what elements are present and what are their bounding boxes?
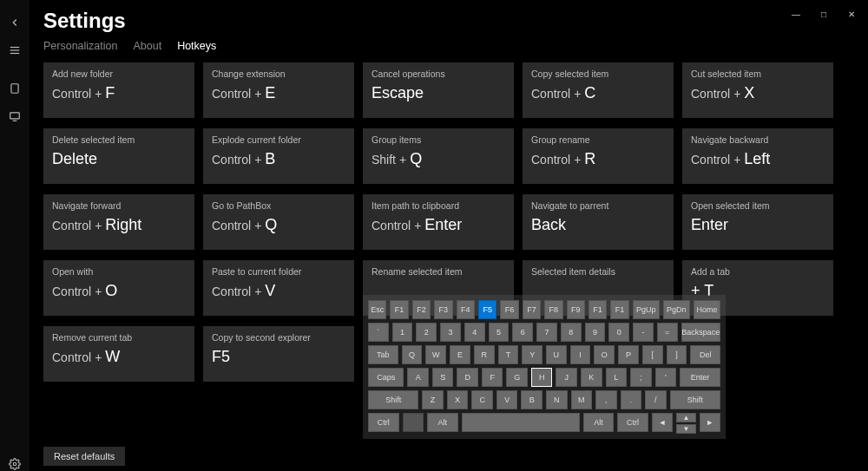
key-y[interactable]: Y [522, 345, 542, 364]
key-f1[interactable]: F1 [589, 300, 607, 319]
tablet-icon[interactable] [6, 80, 23, 97]
key-pgdn[interactable]: PgDn [663, 300, 690, 319]
tab-about[interactable]: About [133, 40, 161, 52]
hotkey-card[interactable]: Open withControl+O [43, 260, 194, 316]
key--[interactable]: - [633, 323, 654, 342]
key-esc[interactable]: Esc [368, 300, 386, 319]
key-q[interactable]: Q [402, 345, 423, 364]
key-space[interactable] [462, 413, 580, 432]
key-f8[interactable]: F8 [544, 300, 562, 319]
key-caps[interactable]: Caps [368, 368, 404, 387]
display-icon[interactable] [6, 108, 23, 125]
hotkey-card[interactable]: Cancel operationsEscape [363, 62, 514, 118]
key-.[interactable]: . [621, 390, 642, 409]
hotkey-card[interactable]: Remove current tabControl+W [43, 326, 194, 382]
key-►[interactable]: ► [700, 413, 720, 432]
key-3[interactable]: 3 [440, 323, 461, 342]
key-f1[interactable]: F1 [610, 300, 628, 319]
key-=[interactable]: = [657, 323, 678, 342]
hotkey-card[interactable]: Copy to second explorerF5 [203, 326, 354, 382]
hotkey-card[interactable]: Open selected itemEnter [682, 194, 833, 250]
key-◄[interactable]: ◄ [652, 413, 673, 432]
key-v[interactable]: V [496, 390, 518, 409]
key-f[interactable]: F [482, 368, 503, 387]
key-arrow[interactable]: ▲ [676, 413, 695, 422]
hotkey-card[interactable]: Cut selected itemControl+X [682, 62, 833, 118]
key-p[interactable]: P [618, 345, 639, 364]
key-k[interactable]: K [581, 368, 602, 387]
key-r[interactable]: R [474, 345, 495, 364]
key-0[interactable]: 0 [608, 323, 629, 342]
key-f1[interactable]: F1 [390, 300, 408, 319]
key-f3[interactable]: F3 [434, 300, 452, 319]
key-][interactable]: ] [667, 345, 687, 364]
menu-icon[interactable] [6, 42, 23, 59]
virtual-keyboard[interactable]: EscF1F2F3F4F5F6F7F8F9F1F1PgUpPgDnHome`12… [363, 295, 726, 439]
key-8[interactable]: 8 [561, 323, 582, 342]
key-4[interactable]: 4 [464, 323, 485, 342]
hotkey-card[interactable]: Go to PathBoxControl+Q [203, 194, 354, 250]
key-u[interactable]: U [546, 345, 567, 364]
hotkey-card[interactable]: Navigate forwardControl+Right [43, 194, 194, 250]
key-6[interactable]: 6 [512, 323, 533, 342]
hotkey-card[interactable]: Delete selected itemDelete [43, 128, 194, 184]
key-tab[interactable]: Tab [368, 345, 398, 364]
key-alt[interactable]: Alt [583, 413, 615, 432]
key-g[interactable]: G [506, 368, 528, 387]
hotkey-card[interactable]: Item path to clipboardControl+Enter [363, 194, 514, 250]
key-home[interactable]: Home [694, 300, 720, 319]
key-blank[interactable] [403, 413, 424, 432]
key-`[interactable]: ` [368, 323, 389, 342]
hotkey-card[interactable]: Navigate backwardControl+Left [682, 128, 833, 184]
key-b[interactable]: B [521, 390, 542, 409]
key-pgup[interactable]: PgUp [633, 300, 660, 319]
key-j[interactable]: J [556, 368, 577, 387]
key-x[interactable]: X [447, 390, 469, 409]
hotkey-card[interactable]: Add new folderControl+F [43, 62, 194, 118]
key-shift[interactable]: Shift [368, 390, 418, 409]
hotkey-card[interactable]: Group itemsShift+Q [363, 128, 514, 184]
hotkey-card[interactable]: Paste to current folderControl+V [203, 260, 354, 316]
key-e[interactable]: E [450, 345, 470, 364]
key-/[interactable]: / [645, 390, 667, 409]
key-c[interactable]: C [471, 390, 493, 409]
back-icon[interactable] [6, 14, 23, 31]
key-'[interactable]: ' [655, 368, 677, 387]
key-n[interactable]: N [546, 390, 568, 409]
hotkey-card[interactable]: Change extensionControl+E [203, 62, 354, 118]
key-backspace[interactable]: Backspace [681, 323, 720, 342]
hotkey-card[interactable]: Copy selected itemControl+C [523, 62, 674, 118]
key-[[interactable]: [ [642, 345, 663, 364]
key-l[interactable]: L [606, 368, 628, 387]
key-;[interactable]: ; [630, 368, 652, 387]
key-ctrl[interactable]: Ctrl [368, 413, 399, 432]
key-1[interactable]: 1 [392, 323, 413, 342]
key-ctrl[interactable]: Ctrl [617, 413, 648, 432]
settings-icon[interactable] [6, 455, 23, 471]
key-o[interactable]: O [594, 345, 615, 364]
hotkey-card[interactable]: Group renameControl+R [523, 128, 674, 184]
key-2[interactable]: 2 [416, 323, 437, 342]
reset-defaults-button[interactable]: Reset defaults [43, 447, 125, 466]
key-enter[interactable]: Enter [680, 368, 720, 387]
key-h[interactable]: H [531, 368, 553, 387]
hotkey-card[interactable]: Explode current folderControl+B [203, 128, 354, 184]
tab-hotkeys[interactable]: Hotkeys [177, 40, 216, 52]
key-9[interactable]: 9 [585, 323, 606, 342]
key-w[interactable]: W [425, 345, 446, 364]
key-del[interactable]: Del [690, 345, 720, 364]
key-f5[interactable]: F5 [478, 300, 496, 319]
key-s[interactable]: S [432, 368, 454, 387]
key-z[interactable]: Z [422, 390, 444, 409]
key-m[interactable]: M [571, 390, 593, 409]
key-d[interactable]: D [457, 368, 478, 387]
key-f9[interactable]: F9 [567, 300, 585, 319]
key-a[interactable]: A [407, 368, 429, 387]
key-7[interactable]: 7 [536, 323, 557, 342]
key-5[interactable]: 5 [489, 323, 510, 342]
key-i[interactable]: I [570, 345, 591, 364]
key-alt[interactable]: Alt [427, 413, 458, 432]
key-f4[interactable]: F4 [457, 300, 475, 319]
key-shift[interactable]: Shift [670, 390, 720, 409]
key-f6[interactable]: F6 [500, 300, 518, 319]
